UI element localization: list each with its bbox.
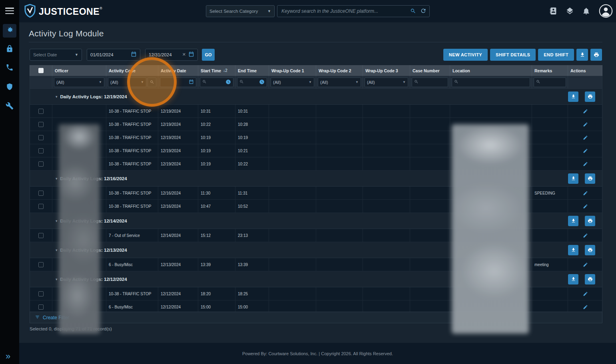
column-header-case-number[interactable]: Case Number [410,65,450,76]
sidebar-item-settings[interactable] [3,24,16,38]
edit-row-button[interactable] [583,191,588,196]
group-download-button[interactable] [568,173,578,184]
account-avatar-icon[interactable] [599,4,613,18]
row-checkbox[interactable] [38,262,44,267]
row-checkbox[interactable] [38,135,44,140]
refresh-icon[interactable] [420,8,427,16]
row-checkbox[interactable] [38,161,44,167]
column-header-end-time[interactable]: End Time [235,65,269,76]
edit-row-button[interactable] [583,291,588,296]
column-header-remarks[interactable]: Remarks [532,65,568,76]
row-checkbox[interactable] [38,204,44,209]
row-checkbox[interactable] [38,233,44,238]
activity-code-filter-search-button[interactable] [148,78,156,87]
group-download-button[interactable] [568,91,578,102]
edit-row-button[interactable] [583,122,588,127]
go-button[interactable]: GO [202,49,215,61]
search-icon[interactable] [410,8,416,16]
create-filter-button[interactable]: Create Filter [30,312,602,323]
hamburger-menu-icon[interactable] [5,8,14,14]
date-range-select[interactable]: Select Date ▼ [30,49,82,61]
contacts-icon[interactable] [549,7,557,17]
date-from-field[interactable]: 01/01/2024 [87,49,140,61]
selection-status-text: Selected 0, displaying 71 of 71 record(s… [30,326,112,331]
edit-row-button[interactable] [583,233,588,238]
column-header-wrapup2[interactable]: Wrap-Up Code 2 [316,65,363,76]
collapse-group-icon[interactable]: ▾ [56,277,58,281]
edit-row-button[interactable] [583,304,588,310]
edit-row-button[interactable] [583,135,588,140]
sidebar-item-dispatch[interactable] [3,62,16,75]
group-print-button[interactable] [585,274,595,284]
download-all-button[interactable] [576,49,588,61]
copyright-text: Powered By: Courtware Solutions, Inc. | … [242,351,393,356]
clear-date-icon[interactable]: ✕ [182,52,186,57]
collapse-group-icon[interactable]: ▾ [56,177,58,181]
row-checkbox[interactable] [38,109,44,114]
group-print-button[interactable] [585,91,595,102]
table-row: 6 - Busy/Misc12/13/202413:3913:39meeting [30,258,602,271]
column-header-start-time[interactable]: Start Time↓2 [198,65,235,76]
calendar-icon[interactable] [188,51,194,58]
column-header-wrapup1[interactable]: Wrap-Up Code 1 [269,65,316,76]
select-all-checkbox[interactable] [38,68,44,73]
edit-row-button[interactable] [583,262,588,267]
sidebar-item-tools[interactable] [3,100,16,113]
row-checkbox[interactable] [38,191,44,196]
remarks-filter-field[interactable] [534,78,566,87]
end-time-filter-field[interactable] [237,78,267,87]
wrapup2-filter-select[interactable]: (All)▼ [318,78,361,87]
search-category-value: Select Search Category [209,9,258,14]
group-label: Daily Activity Logs: 12/14/2024 [60,219,127,223]
group-print-button[interactable] [585,216,595,226]
row-checkbox[interactable] [38,148,44,153]
column-header-activity-date[interactable]: Activity Date [158,65,198,76]
column-header-wrapup3[interactable]: Wrap-Up Code 3 [363,65,410,76]
new-activity-button[interactable]: NEW ACTIVITY [443,49,488,61]
end-shift-button[interactable]: END SHIFT [538,49,574,61]
print-all-button[interactable] [590,49,602,61]
edit-row-button[interactable] [583,161,588,167]
sidebar-item-security[interactable] [3,43,16,56]
edit-row-button[interactable] [583,148,588,153]
row-checkbox[interactable] [38,304,44,310]
group-download-button[interactable] [568,274,578,284]
column-header-activity-code[interactable]: Activity Code [106,65,158,76]
wrapup1-filter-select[interactable]: (All)▼ [271,78,314,87]
edit-row-button[interactable] [583,109,588,114]
group-download-button[interactable] [568,245,578,255]
clock-icon[interactable] [225,79,231,86]
collapse-group-icon[interactable]: ▾ [56,95,58,99]
sidebar-item-shield[interactable] [3,81,16,94]
sidebar-expand-icon[interactable]: » [6,351,10,362]
column-header-officer[interactable]: Officer [52,65,106,76]
group-download-button[interactable] [568,216,578,226]
location-filter-field[interactable] [452,78,530,87]
keyword-search-input[interactable] [277,5,430,17]
row-checkbox[interactable] [38,122,44,127]
row-checkbox[interactable] [38,291,44,296]
calendar-icon[interactable] [189,79,194,85]
edit-row-button[interactable] [583,204,588,209]
search-category-select[interactable]: Select Search Category ▼ [206,5,275,17]
wrapup3-cell [363,118,410,131]
column-header-location[interactable]: Location [450,65,532,76]
activity-date-cell: 12/16/2024 [158,187,198,200]
case-number-filter-field[interactable] [412,78,448,87]
group-print-button[interactable] [585,173,595,184]
collapse-group-icon[interactable]: ▾ [56,248,58,252]
wrapup3-filter-select[interactable]: (All)▼ [365,78,408,87]
start-time-filter-field[interactable] [200,78,233,87]
collapse-group-icon[interactable]: ▾ [56,219,58,223]
group-print-button[interactable] [585,245,595,255]
date-to-field[interactable]: 12/31/2024 ✕ [145,49,198,61]
activity-code-filter-select[interactable]: (All)▼ [108,78,146,87]
clock-icon[interactable] [259,79,265,86]
calendar-icon[interactable] [131,51,137,58]
notifications-bell-icon[interactable] [582,7,590,17]
shift-details-button[interactable]: SHIFT DETAILS [490,49,536,61]
remarks-cell [532,300,568,312]
layers-icon[interactable] [566,7,574,17]
activity-date-filter-field[interactable] [160,78,196,87]
officer-filter-select[interactable]: (All)▼ [54,78,104,87]
